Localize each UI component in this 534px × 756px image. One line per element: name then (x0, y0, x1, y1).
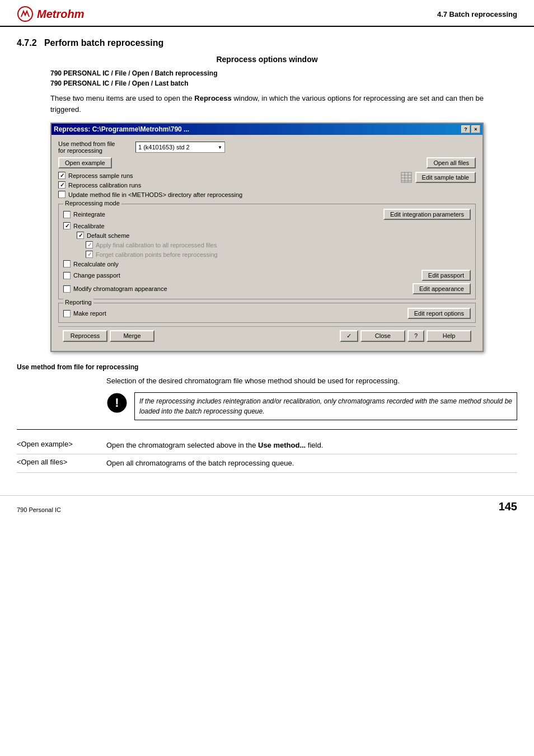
reintegrate-row: Reintegrate (63, 211, 105, 218)
reprocess-sample-row: Reprocess sample runs (58, 172, 242, 179)
edit-sample-table-button[interactable]: Edit sample table (415, 172, 476, 183)
edit-passport-button[interactable]: Edit passport (421, 270, 471, 281)
change-passport-checkbox[interactable] (63, 272, 71, 279)
param-label-1: <Open example> (17, 436, 106, 454)
modify-appearance-checkbox[interactable] (63, 285, 71, 293)
param-table: <Open example> Open the chromatogram sel… (17, 436, 517, 473)
param-label-2: <Open all files> (17, 454, 106, 473)
param-desc-2: Open all chromatograms of the batch repr… (106, 454, 517, 473)
edit-report-options-button[interactable]: Edit report options (407, 308, 471, 319)
reintegrate-checkbox[interactable] (63, 211, 71, 218)
description-text: These two menu items are used to open th… (50, 93, 484, 115)
header-chapter: 4.7 Batch reprocessing (437, 10, 517, 18)
select-arrow-icon: ▼ (218, 145, 222, 150)
subsection-title: Reprocess options window (17, 55, 517, 64)
body-description: Selection of the desired chromatogram fi… (106, 375, 517, 387)
make-report-row: Make report (63, 310, 106, 317)
edit-appearance-button[interactable]: Edit appearance (413, 283, 471, 294)
open-all-files-button[interactable]: Open all files (427, 157, 476, 168)
default-scheme-checkbox[interactable] (77, 232, 84, 239)
open-example-button[interactable]: Open example (58, 157, 112, 168)
close-button[interactable]: Close (360, 330, 405, 342)
note-box: ! If the reprocessing includes reintegra… (106, 392, 517, 420)
body-section: Selection of the desired chromatogram fi… (17, 375, 517, 420)
page-content: 4.7.2 Perform batch reprocessing Reproce… (0, 27, 534, 484)
sample-table-icon (401, 172, 412, 183)
reprocess-calibration-checkbox[interactable] (58, 181, 65, 189)
dialog-titlebar: Reprocess: C:\Programme\Metrohm\790 ... … (51, 124, 483, 135)
method-row: Use method from filefor reprocessing 1 (… (58, 140, 476, 154)
table-row: <Open all files> Open all chromatograms … (17, 454, 517, 473)
page-footer: 790 Personal IC 145 (0, 495, 534, 519)
menu-path-1: 790 PERSONAL IC / File / Open / Batch re… (50, 69, 517, 77)
logo-text: Metrohm (37, 8, 84, 21)
recalculate-row: Recalculate only (63, 260, 471, 267)
checkmark-button[interactable]: ✓ (340, 330, 358, 342)
checkboxes-left: Reprocess sample runs Reprocess calibrat… (58, 172, 242, 200)
change-passport-row: Change passport (63, 272, 120, 279)
recalculate-checkbox[interactable] (63, 260, 71, 267)
body-label: Use method from file for reprocessing (17, 363, 517, 371)
help-button[interactable]: Help (427, 330, 471, 342)
svg-text:!: ! (115, 396, 119, 410)
sample-table-area: Edit sample table (401, 172, 476, 183)
titlebar-close-btn[interactable]: × (471, 125, 480, 133)
page-header: Metrohm 4.7 Batch reprocessing (0, 0, 534, 27)
dialog-title: Reprocess: C:\Programme\Metrohm\790 ... (54, 125, 461, 133)
reporting-group: Reporting Make report Edit report option… (58, 303, 476, 323)
method-select[interactable]: 1 (k4101653) std 2 ▼ (135, 142, 225, 153)
recalibrate-checkbox[interactable] (63, 222, 71, 229)
logo-icon (17, 6, 34, 22)
body-desc-right: Selection of the desired chromatogram fi… (106, 375, 517, 420)
make-report-checkbox[interactable] (63, 310, 71, 317)
reporting-label: Reporting (63, 299, 93, 306)
section-title: 4.7.2 Perform batch reprocessing (17, 38, 517, 48)
footer-left: 790 Personal IC (17, 506, 61, 513)
update-method-checkbox[interactable] (58, 191, 65, 198)
note-text: If the reprocessing includes reintegrati… (134, 392, 517, 420)
logo-area: Metrohm (17, 6, 84, 22)
warning-icon: ! (106, 392, 128, 414)
update-method-row: Update method file in <METHODS> director… (58, 191, 242, 198)
table-row: <Open example> Open the chromatogram sel… (17, 436, 517, 454)
body-desc-left (17, 375, 106, 420)
recalibrate-row: Recalibrate (63, 222, 471, 229)
modify-appearance-row: Modify chromatogram appearance (63, 285, 167, 293)
merge-button[interactable]: Merge (110, 330, 154, 342)
reprocessing-mode-label: Reprocessing mode (63, 200, 121, 206)
titlebar-help-btn[interactable]: ? (461, 125, 470, 133)
titlebar-buttons: ? × (461, 125, 480, 133)
reprocess-calibration-row: Reprocess calibration runs (58, 181, 242, 189)
reporting-content: Make report Edit report options (63, 308, 471, 319)
dialog-window: Reprocess: C:\Programme\Metrohm\790 ... … (50, 123, 484, 352)
reprocessing-mode-group: Reprocessing mode Reintegrate Edit integ… (58, 204, 476, 299)
section-divider (17, 429, 517, 430)
method-label: Use method from filefor reprocessing (58, 140, 131, 154)
footer-right: 145 (499, 500, 517, 513)
edit-integration-button[interactable]: Edit integration parameters (383, 209, 471, 220)
reprocessing-mode-content: Reintegrate Edit integration parameters … (63, 209, 471, 294)
open-buttons-row: Open example Open all files (58, 157, 476, 168)
apply-final-row: Apply final calibration to all reprocess… (86, 241, 471, 248)
question-button[interactable]: ? (407, 330, 424, 342)
reprocess-sample-checkbox[interactable] (58, 172, 65, 179)
forget-calibration-checkbox[interactable] (86, 251, 93, 258)
forget-calibration-row: Forget calibration points before reproce… (86, 251, 471, 258)
dialog-footer: Reprocess Merge ✓ Close ? Help (58, 326, 476, 345)
apply-final-checkbox[interactable] (86, 241, 93, 248)
menu-path-2: 790 PERSONAL IC / File / Open / Last bat… (50, 79, 517, 87)
default-scheme-row: Default scheme (77, 232, 471, 239)
reprocess-button[interactable]: Reprocess (63, 330, 107, 342)
dialog-body: Use method from filefor reprocessing 1 (… (51, 135, 483, 351)
param-desc-1: Open the chromatogram selected above in … (106, 436, 517, 454)
